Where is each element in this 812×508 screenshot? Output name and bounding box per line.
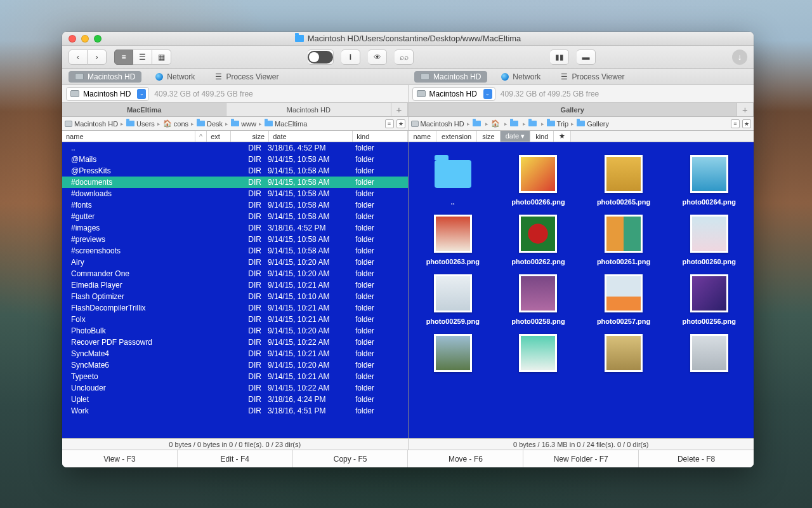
file-row[interactable]: Recover PDF PassowrdDIR9/14/15, 10:22 AM… — [62, 337, 408, 348]
fkey-button[interactable]: Move - F6 — [408, 450, 523, 467]
gallery-item[interactable]: photo00259.png — [414, 274, 493, 325]
fkey-button[interactable]: Delete - F8 — [639, 450, 754, 467]
file-row[interactable]: #gutterDIR9/14/15, 10:58 AMfolder — [62, 211, 408, 222]
file-row[interactable]: AiryDIR9/14/15, 10:20 AMfolder — [62, 257, 408, 268]
archive-button[interactable]: ▮▮ — [550, 50, 569, 65]
file-row[interactable]: #imagesDIR3/18/16, 4:52 PMfolder — [62, 222, 408, 234]
col-name[interactable]: name — [62, 131, 195, 142]
col-extension[interactable]: extension — [436, 131, 477, 142]
file-row[interactable]: UnclouderDIR9/14/15, 10:22 AMfolder — [62, 382, 408, 394]
file-row[interactable]: Commander OneDIR9/14/15, 10:20 AMfolder — [62, 268, 408, 279]
crumb[interactable]: www — [231, 120, 256, 128]
list-view-button[interactable]: ≡ — [114, 50, 133, 65]
file-row[interactable]: Flash OptimizerDIR9/14/15, 10:10 AMfolde… — [62, 291, 408, 302]
crumb[interactable]: Gallery — [577, 120, 609, 128]
chip-network-left[interactable]: Network — [149, 71, 201, 83]
fkey-button[interactable]: Copy - F5 — [293, 450, 409, 467]
gallery-item[interactable]: photo00263.png — [414, 215, 493, 265]
file-row[interactable]: #documentsDIR9/14/15, 10:58 AMfolder — [62, 177, 408, 188]
file-row[interactable]: ..DIR3/18/16, 4:52 PMfolder — [62, 142, 408, 154]
hidden-toggle[interactable] — [308, 50, 334, 65]
file-row[interactable]: SyncMate4DIR9/14/15, 10:21 AMfolder — [62, 348, 408, 359]
crumb[interactable]: Trip — [547, 120, 569, 128]
file-row[interactable]: @MailsDIR9/14/15, 10:58 AMfolder — [62, 154, 408, 165]
column-view-button[interactable]: ☰ — [133, 50, 152, 65]
file-row[interactable]: FolxDIR9/14/15, 10:21 AMfolder — [62, 314, 408, 325]
star-icon[interactable]: ★ — [742, 119, 751, 128]
pane-tab[interactable]: Gallery — [409, 103, 738, 116]
quicklook-button[interactable]: 👁 — [368, 50, 387, 65]
add-tab-button[interactable]: + — [391, 103, 408, 116]
search-button[interactable]: ⌕⌕ — [395, 50, 414, 65]
gallery-item[interactable]: photo00258.png — [499, 274, 578, 325]
file-row[interactable]: #fontsDIR9/14/15, 10:58 AMfolder — [62, 199, 408, 211]
file-row[interactable]: UpletDIR3/18/16, 4:24 PMfolder — [62, 394, 408, 405]
pane-tab[interactable]: MacEltima — [62, 103, 226, 116]
crumb[interactable]: 🏠 — [491, 119, 502, 128]
col-size[interactable]: size — [477, 131, 501, 142]
col-name[interactable]: name — [409, 131, 437, 142]
download-icon[interactable]: ↓ — [732, 50, 747, 65]
file-row[interactable]: #previewsDIR9/14/15, 10:58 AMfolder — [62, 234, 408, 245]
file-row[interactable]: FlashDecompilerTrillixDIR9/14/15, 10:21 … — [62, 302, 408, 314]
col-date[interactable]: date — [269, 131, 353, 142]
fkey-button[interactable]: New Folder - F7 — [523, 450, 639, 467]
gallery-item[interactable]: photo00256.png — [669, 274, 749, 325]
col-star[interactable]: ★ — [554, 131, 571, 142]
pane-tab[interactable]: Macintosh HD — [226, 103, 391, 116]
gallery-item[interactable]: .. — [414, 155, 493, 206]
fkey-button[interactable]: Edit - F4 — [178, 450, 293, 467]
chip-process-right[interactable]: ☰ Process Viewer — [554, 71, 631, 83]
back-button[interactable]: ‹ — [69, 50, 88, 65]
gallery-item[interactable] — [584, 334, 664, 377]
crumb[interactable]: Users — [126, 120, 155, 128]
volume-select-left[interactable]: Macintosh HD⌄ — [66, 87, 149, 101]
gallery-item[interactable] — [669, 334, 749, 377]
gallery-item[interactable]: photo00261.png — [584, 215, 664, 265]
chip-network-right[interactable]: Network — [495, 71, 547, 83]
terminal-button[interactable]: ▬ — [577, 50, 596, 65]
col-size[interactable]: size — [231, 131, 269, 142]
chip-process-left[interactable]: ☰ Process Viewer — [209, 71, 285, 83]
col-date ▾[interactable]: date ▾ — [501, 131, 530, 142]
icon-view-button[interactable]: ▦ — [152, 50, 171, 65]
file-row[interactable]: #screenshootsDIR9/14/15, 10:58 AMfolder — [62, 245, 408, 257]
list-mode-icon[interactable]: ≡ — [385, 119, 394, 128]
volume-select-right[interactable]: Macintosh HD⌄ — [412, 87, 495, 101]
gallery-item[interactable]: photo00257.png — [584, 274, 664, 325]
gallery-item[interactable]: photo00260.png — [669, 215, 749, 265]
gallery-item[interactable]: photo00264.png — [669, 155, 749, 206]
gallery-item[interactable]: photo00262.png — [499, 215, 578, 265]
file-row[interactable]: Elmedia PlayerDIR9/14/15, 10:21 AMfolder — [62, 279, 408, 291]
gallery-item[interactable]: photo00265.png — [584, 155, 664, 206]
add-tab-button[interactable]: + — [737, 103, 754, 116]
chip-hd-left[interactable]: Macintosh HD — [69, 71, 141, 83]
file-row[interactable]: #downloadsDIR9/14/15, 10:58 AMfolder — [62, 188, 408, 199]
gallery-item[interactable] — [414, 334, 493, 377]
file-row[interactable]: SyncMate6DIR9/14/15, 10:20 AMfolder — [62, 359, 408, 371]
crumb[interactable]: Macintosh HD — [65, 120, 118, 128]
file-row[interactable]: TypeetoDIR9/14/15, 10:21 AMfolder — [62, 371, 408, 382]
file-row[interactable]: @PressKitsDIR9/14/15, 10:58 AMfolder — [62, 165, 408, 177]
chip-hd-right[interactable]: Macintosh HD — [414, 71, 487, 83]
file-row[interactable]: PhotoBulkDIR9/14/15, 10:20 AMfolder — [62, 325, 408, 337]
gallery-item[interactable]: photo00266.png — [499, 155, 578, 206]
file-row[interactable]: WorkDIR3/18/16, 4:51 PMfolder — [62, 405, 408, 417]
crumb[interactable] — [473, 121, 483, 126]
col-kind[interactable]: kind — [530, 131, 554, 142]
star-icon[interactable]: ★ — [396, 119, 405, 128]
gallery-item[interactable] — [499, 334, 578, 377]
titlebar[interactable]: Macintosh HD/Users/constantine/Desktop/w… — [62, 32, 754, 46]
crumb[interactable]: MacEltima — [265, 120, 307, 128]
crumb[interactable]: Desk — [197, 120, 223, 128]
col-sort-icon[interactable]: ^ — [195, 131, 207, 142]
crumb[interactable]: Macintosh HD — [411, 120, 464, 128]
info-button[interactable]: i — [341, 50, 360, 65]
list-mode-icon[interactable]: ≡ — [731, 119, 740, 128]
crumb[interactable] — [510, 121, 520, 126]
col-kind[interactable]: kind — [353, 131, 407, 142]
left-pane[interactable]: ..DIR3/18/16, 4:52 PMfolder@MailsDIR9/14… — [62, 142, 408, 438]
crumb[interactable]: 🏠cons — [163, 119, 188, 128]
forward-button[interactable]: › — [88, 50, 107, 65]
col-ext[interactable]: ext — [207, 131, 231, 142]
